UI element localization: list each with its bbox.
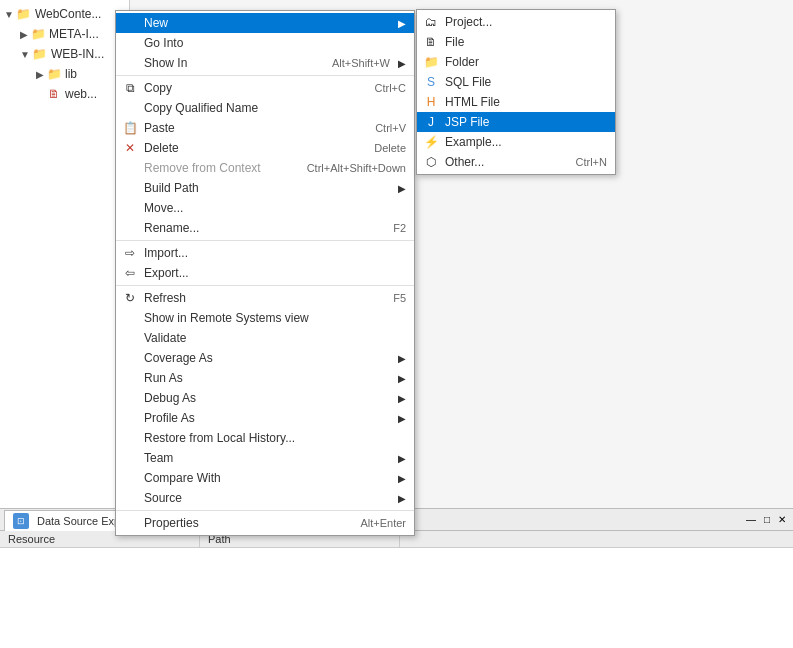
- submenu-item-other-shortcut: Ctrl+N: [576, 156, 607, 168]
- submenu-item-other[interactable]: ⬡ Other... Ctrl+N: [417, 152, 615, 172]
- menu-item-new[interactable]: New ▶: [116, 13, 414, 33]
- menu-item-restorefromlocalhistory-label: Restore from Local History...: [144, 431, 406, 445]
- submenu-item-htmlfile-label: HTML File: [445, 95, 607, 109]
- menu-item-validate[interactable]: Validate: [116, 328, 414, 348]
- menu-item-showremote[interactable]: Show in Remote Systems view: [116, 308, 414, 328]
- submenu-item-sqlfile[interactable]: S SQL File: [417, 72, 615, 92]
- menu-item-properties[interactable]: Properties Alt+Enter: [116, 513, 414, 533]
- context-menu: New ▶ Go Into Show In Alt+Shift+W ▶ ⧉ Co…: [115, 10, 415, 536]
- menu-item-source-label: Source: [144, 491, 390, 505]
- menu-item-buildpath[interactable]: Build Path ▶: [116, 178, 414, 198]
- menu-item-import-label: Import...: [144, 246, 406, 260]
- menu-item-removefromcontext-label: Remove from Context: [144, 161, 287, 175]
- submenu-item-example[interactable]: ⚡ Example...: [417, 132, 615, 152]
- menu-item-restorefromlocalhistory[interactable]: Restore from Local History...: [116, 428, 414, 448]
- submenu-item-folder-label: Folder: [445, 55, 607, 69]
- menu-item-rename[interactable]: Rename... F2: [116, 218, 414, 238]
- menu-item-debugas[interactable]: Debug As ▶: [116, 388, 414, 408]
- menu-item-import[interactable]: ⇨ Import...: [116, 243, 414, 263]
- submenu-item-jspfile[interactable]: J JSP File: [417, 112, 615, 132]
- menu-item-copy[interactable]: ⧉ Copy Ctrl+C: [116, 78, 414, 98]
- tree-item-webinf[interactable]: ▼ 📁 WEB-IN...: [0, 44, 129, 64]
- close-icon[interactable]: ✕: [775, 514, 789, 525]
- submenu-item-file[interactable]: 🗎 File: [417, 32, 615, 52]
- tree-item-lib[interactable]: ▶ 📁 lib: [0, 64, 129, 84]
- menu-item-paste-label: Paste: [144, 121, 355, 135]
- menu-item-delete[interactable]: ✕ Delete Delete: [116, 138, 414, 158]
- menu-item-refresh[interactable]: ↻ Refresh F5: [116, 288, 414, 308]
- tree-item-meta[interactable]: ▶ 📁 META-I...: [0, 24, 129, 44]
- import-icon: ⇨: [122, 245, 138, 261]
- menu-item-runas[interactable]: Run As ▶: [116, 368, 414, 388]
- submenu-new: 🗂 Project... 🗎 File 📁 Folder S SQL File …: [416, 9, 616, 175]
- folder-icon: 📁: [16, 6, 32, 22]
- menu-item-team-label: Team: [144, 451, 390, 465]
- menu-item-export[interactable]: ⇦ Export...: [116, 263, 414, 283]
- minimize-icon[interactable]: —: [743, 514, 759, 525]
- menu-item-gointo[interactable]: Go Into: [116, 33, 414, 53]
- menu-item-copy-shortcut: Ctrl+C: [375, 82, 406, 94]
- menu-separator: [116, 285, 414, 286]
- tree-item-webcontent[interactable]: ▼ 📁 WebConte...: [0, 4, 129, 24]
- submenu-item-project[interactable]: 🗂 Project...: [417, 12, 615, 32]
- project-icon: 🗂: [423, 14, 439, 30]
- menu-item-paste-shortcut: Ctrl+V: [375, 122, 406, 134]
- folder-icon: 📁: [46, 66, 62, 82]
- menu-item-removefromcontext[interactable]: Remove from Context Ctrl+Alt+Shift+Down: [116, 158, 414, 178]
- submenu-item-jspfile-label: JSP File: [445, 115, 607, 129]
- menu-item-paste[interactable]: 📋 Paste Ctrl+V: [116, 118, 414, 138]
- submenu-item-htmlfile[interactable]: H HTML File: [417, 92, 615, 112]
- sqlfile-icon: S: [423, 74, 439, 90]
- menu-item-copyqualified[interactable]: Copy Qualified Name: [116, 98, 414, 118]
- menu-item-removefromcontext-shortcut: Ctrl+Alt+Shift+Down: [307, 162, 406, 174]
- menu-item-delete-label: Delete: [144, 141, 354, 155]
- menu-item-team[interactable]: Team ▶: [116, 448, 414, 468]
- submenu-item-example-label: Example...: [445, 135, 607, 149]
- tree-label: WebConte...: [35, 7, 101, 21]
- tree-label: META-I...: [49, 27, 99, 41]
- maximize-icon[interactable]: □: [761, 514, 773, 525]
- menu-item-showin-shortcut: Alt+Shift+W: [332, 57, 390, 69]
- menu-item-comparewith-label: Compare With: [144, 471, 390, 485]
- menu-item-showin[interactable]: Show In Alt+Shift+W ▶: [116, 53, 414, 73]
- copy-icon: ⧉: [122, 80, 138, 96]
- tree-item-web[interactable]: ▶ 🗎 web...: [0, 84, 129, 104]
- menu-item-copy-label: Copy: [144, 81, 355, 95]
- menu-item-copyqualified-label: Copy Qualified Name: [144, 101, 406, 115]
- menu-item-gointo-label: Go Into: [144, 36, 406, 50]
- submenu-item-project-label: Project...: [445, 15, 607, 29]
- menu-item-validate-label: Validate: [144, 331, 406, 345]
- submenu-item-folder[interactable]: 📁 Folder: [417, 52, 615, 72]
- submenu-arrow-icon: ▶: [398, 18, 406, 29]
- tree-label: web...: [65, 87, 97, 101]
- jspfile-icon: J: [423, 114, 439, 130]
- menu-separator: [116, 240, 414, 241]
- menu-item-showin-label: Show In: [144, 56, 312, 70]
- menu-item-showremote-label: Show in Remote Systems view: [144, 311, 406, 325]
- tree-label: WEB-IN...: [51, 47, 104, 61]
- submenu-arrow-icon: ▶: [398, 373, 406, 384]
- menu-item-source[interactable]: Source ▶: [116, 488, 414, 508]
- db-icon: ⊡: [13, 513, 29, 529]
- menu-item-profileas[interactable]: Profile As ▶: [116, 408, 414, 428]
- menu-item-move-label: Move...: [144, 201, 406, 215]
- menu-item-properties-shortcut: Alt+Enter: [360, 517, 406, 529]
- submenu-item-sqlfile-label: SQL File: [445, 75, 607, 89]
- file-icon: 🗎: [423, 34, 439, 50]
- submenu-arrow-icon: ▶: [398, 413, 406, 424]
- submenu-arrow-icon: ▶: [398, 493, 406, 504]
- menu-item-move[interactable]: Move...: [116, 198, 414, 218]
- menu-item-buildpath-label: Build Path: [144, 181, 390, 195]
- paste-icon: 📋: [122, 120, 138, 136]
- tree-label: lib: [65, 67, 77, 81]
- menu-item-refresh-label: Refresh: [144, 291, 373, 305]
- example-icon: ⚡: [423, 134, 439, 150]
- webxml-icon: 🗎: [46, 86, 62, 102]
- menu-item-coverageas[interactable]: Coverage As ▶: [116, 348, 414, 368]
- menu-item-runas-label: Run As: [144, 371, 390, 385]
- menu-item-properties-label: Properties: [144, 516, 340, 530]
- menu-item-new-label: New: [144, 16, 390, 30]
- menu-item-comparewith[interactable]: Compare With ▶: [116, 468, 414, 488]
- refresh-icon: ↻: [122, 290, 138, 306]
- bottom-table: Resource Path: [0, 531, 793, 648]
